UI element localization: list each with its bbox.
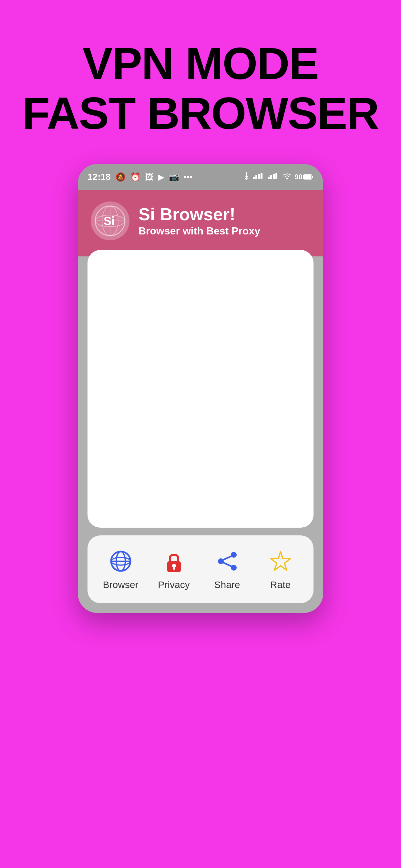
nav-item-rate[interactable]: Rate — [258, 548, 303, 590]
app-title-block: Si Browser! Browser with Best Proxy — [138, 205, 260, 237]
app-logo: Si — [91, 202, 129, 240]
globe-icon — [108, 548, 134, 574]
svg-marker-30 — [271, 552, 290, 570]
status-time: 12:18 — [88, 172, 111, 182]
svg-point-25 — [231, 552, 237, 558]
svg-point-26 — [218, 558, 224, 564]
nav-label-rate: Rate — [270, 579, 290, 590]
wifi-icon — [282, 173, 291, 182]
nav-item-share[interactable]: Share — [205, 548, 250, 590]
svg-point-27 — [231, 565, 237, 570]
svg-rect-4 — [268, 177, 270, 179]
status-bar-right: 90 — [244, 172, 313, 182]
share-icon — [214, 548, 240, 574]
svg-text:Si: Si — [104, 214, 115, 228]
phone-mockup: 12:18 🔕 ⏰ 🖼 ▶ 📷 ••• — [78, 164, 323, 613]
svg-rect-5 — [270, 175, 272, 179]
gallery-icon: 🖼 — [145, 172, 153, 182]
app-header: Si Si Browser! Browser with Best Proxy — [78, 190, 323, 256]
hero-title: VPN MODE FAST BROWSER — [22, 39, 379, 138]
nav-label-privacy: Privacy — [158, 579, 189, 590]
app-name: Si Browser! — [138, 205, 260, 224]
svg-rect-2 — [258, 174, 260, 179]
svg-rect-6 — [273, 174, 275, 179]
battery-icon: 90 — [295, 173, 313, 181]
nav-label-share: Share — [214, 579, 240, 590]
app-subtitle: Browser with Best Proxy — [138, 225, 260, 237]
svg-line-28 — [224, 556, 231, 560]
svg-line-29 — [224, 563, 231, 566]
nav-item-browser[interactable]: Browser — [98, 548, 143, 590]
bluetooth-icon — [244, 172, 250, 182]
nav-label-browser: Browser — [103, 579, 138, 590]
svg-rect-10 — [304, 175, 311, 179]
alarm-icon: ⏰ — [130, 172, 141, 182]
app-logo-globe: Si — [94, 205, 126, 237]
alarm-off-icon: 🔕 — [115, 172, 126, 182]
svg-rect-24 — [173, 566, 175, 569]
svg-point-8 — [286, 178, 288, 180]
status-bar-left: 12:18 🔕 ⏰ 🖼 ▶ 📷 ••• — [88, 172, 192, 182]
nav-item-privacy[interactable]: Privacy — [151, 548, 197, 590]
bottom-nav: Browser Privacy — [88, 535, 313, 603]
signal2-icon — [268, 173, 279, 181]
instagram-icon: 📷 — [169, 172, 179, 182]
svg-rect-3 — [260, 173, 263, 179]
svg-rect-0 — [253, 177, 255, 179]
signal-icon — [253, 173, 265, 181]
hero-line1: VPN MODE — [22, 39, 379, 89]
more-icon: ••• — [184, 172, 192, 182]
status-bar: 12:18 🔕 ⏰ 🖼 ▶ 📷 ••• — [78, 164, 323, 190]
svg-rect-1 — [255, 175, 257, 179]
star-icon — [268, 548, 294, 574]
lock-icon — [161, 548, 187, 574]
svg-rect-11 — [312, 176, 313, 178]
play-icon: ▶ — [158, 172, 164, 182]
svg-rect-7 — [275, 173, 277, 179]
hero-line2: FAST BROWSER — [22, 89, 379, 138]
content-area — [88, 250, 313, 528]
